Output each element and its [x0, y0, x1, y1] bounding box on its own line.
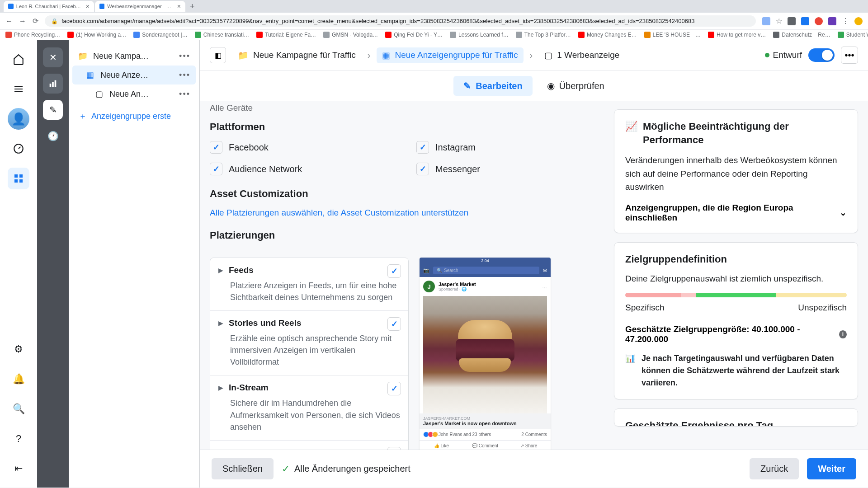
ext-icon[interactable]: [801, 17, 809, 25]
breadcrumb-bar: ◧ 📁Neue Kampagne für Traffic › ▦Neue Anz…: [200, 40, 868, 70]
bookmark[interactable]: LEE 'S HOUSE—…: [644, 32, 701, 38]
publish-toggle[interactable]: [808, 48, 835, 62]
crumb-adset[interactable]: ▦Neue Anzeigengruppe für Traffic: [377, 47, 523, 63]
bookmark[interactable]: Lessons Learned f…: [450, 32, 509, 38]
browser-tab-bar: Leon R. Chaudhari | Facebook× Werbeanzei…: [0, 0, 868, 13]
checkbox-icon[interactable]: ✓: [387, 264, 401, 278]
more-icon[interactable]: •••: [179, 70, 190, 80]
footer-bar: Schließen ✓Alle Änderungen gespeichert Z…: [200, 450, 868, 488]
placement-desc: Platziere Anzeigen in Feeds, um für eine…: [218, 280, 400, 303]
more-button[interactable]: •••: [841, 47, 858, 64]
home-icon[interactable]: [8, 48, 29, 70]
bookmark[interactable]: Datenschutz – Re…: [773, 32, 830, 38]
ext-icon[interactable]: [815, 17, 823, 25]
svg-rect-4: [14, 174, 18, 178]
folder-icon: 📁: [238, 50, 249, 61]
back-button[interactable]: Zurück: [750, 458, 799, 479]
card-text: Deine Zielgruppenauswahl ist ziemlich un…: [625, 272, 847, 285]
asset-link[interactable]: Alle Platzierungen auswählen, die Asset …: [210, 208, 605, 218]
forward-icon[interactable]: →: [19, 17, 26, 25]
tree-campaign[interactable]: 📁 Neue Kampa… •••: [72, 47, 196, 66]
bookmark[interactable]: Money Changes E…: [578, 32, 637, 38]
info-icon[interactable]: i: [839, 330, 847, 338]
browser-tab-active[interactable]: Werbeanzeigenmanager - We…×: [95, 1, 185, 12]
gauge-label-left: Spezifisch: [625, 303, 665, 313]
close-icon[interactable]: ×: [86, 3, 90, 10]
placement-item[interactable]: ▶Reels – Overlay ✓: [210, 441, 408, 450]
eye-icon: ◉: [547, 80, 555, 91]
help-icon[interactable]: ?: [8, 428, 29, 450]
new-tab-button[interactable]: +: [186, 2, 198, 11]
caret-right-icon: ▶: [218, 449, 223, 450]
close-icon[interactable]: ×: [177, 3, 181, 10]
next-button[interactable]: Weiter: [807, 458, 856, 479]
gear-icon[interactable]: ⚙: [8, 338, 29, 360]
svg-rect-6: [14, 179, 18, 183]
ad-image: [423, 296, 547, 413]
checkbox-audience-network[interactable]: ✓Audience Network: [210, 163, 398, 175]
tree-adset[interactable]: ▦ Neue Anze… •••: [72, 66, 196, 84]
grid-icon[interactable]: [8, 168, 29, 189]
add-adset-button[interactable]: ＋ Anzeigengruppe erste: [72, 103, 196, 129]
crumb-ad[interactable]: ▢1 Werbeanzeige: [539, 47, 625, 63]
checkbox-label: Messenger: [435, 164, 480, 174]
bookmark[interactable]: Chinese translati…: [195, 32, 249, 38]
clock-icon[interactable]: 🕐: [43, 126, 63, 146]
gauge-icon[interactable]: [8, 138, 29, 160]
crumb-campaign[interactable]: 📁Neue Kampagne für Traffic: [232, 47, 361, 63]
bookmark[interactable]: How to get more v…: [708, 32, 766, 38]
browser-tab[interactable]: Leon R. Chaudhari | Facebook×: [4, 1, 94, 12]
ext-icon[interactable]: [828, 17, 836, 25]
checkbox-instagram[interactable]: ✓Instagram: [416, 141, 605, 154]
bookmark[interactable]: GMSN - Vologda…: [323, 32, 378, 38]
chart-icon[interactable]: [43, 74, 63, 94]
checkbox-messenger[interactable]: ✓Messenger: [416, 163, 605, 175]
panel-toggle-icon[interactable]: ◧: [210, 47, 226, 63]
comments-count: 2 Comments: [521, 432, 547, 437]
placements-heading: Platzierungen: [210, 230, 605, 241]
bookmark[interactable]: Qing Fei De Yi - Y…: [385, 32, 443, 38]
bell-icon[interactable]: 🔔: [8, 368, 29, 390]
bookmark[interactable]: Student Wants an…: [838, 32, 868, 38]
bookmark[interactable]: (1) How Working a…: [67, 32, 126, 38]
menu-icon[interactable]: ⋮: [842, 17, 849, 25]
close-button[interactable]: ✕: [43, 47, 63, 67]
star-icon[interactable]: ☆: [776, 17, 782, 25]
checkbox-icon[interactable]: ✓: [387, 447, 401, 450]
bookmark[interactable]: The Top 3 Platfor…: [516, 32, 571, 38]
placement-item[interactable]: ▶Stories und Reels ✓ Erzähle eine optisc…: [210, 311, 408, 375]
more-icon[interactable]: •••: [179, 89, 190, 99]
address-bar[interactable]: 🔒facebook.com/adsmanager/manage/adsets/e…: [45, 15, 756, 27]
profile-avatar[interactable]: [854, 17, 863, 25]
collapse-icon[interactable]: ⇤: [8, 458, 29, 479]
placement-item[interactable]: ▶Feeds ✓ Platziere Anzeigen in Feeds, um…: [210, 258, 408, 311]
share-button: ↗ Share: [507, 441, 551, 450]
phone-status-bar: 2:04: [420, 258, 551, 264]
campaign-tree: 📁 Neue Kampa… ••• ▦ Neue Anze… ••• ▢ Neu…: [69, 40, 200, 488]
more-icon[interactable]: •••: [179, 52, 190, 61]
reload-icon[interactable]: ⟳: [33, 17, 38, 25]
bookmark[interactable]: Phone Recycling…: [5, 32, 60, 38]
bookmark[interactable]: Tutorial: Eigene Fa…: [256, 32, 316, 38]
svg-rect-7: [19, 179, 23, 183]
checkbox-icon[interactable]: ✓: [387, 382, 401, 395]
checkbox-facebook[interactable]: ✓Facebook: [210, 141, 398, 154]
menu-icon[interactable]: [8, 78, 29, 100]
page-avatar: J: [423, 281, 435, 292]
ext-icon[interactable]: [788, 17, 796, 25]
user-avatar[interactable]: 👤: [8, 108, 29, 130]
search-icon[interactable]: 🔍: [8, 398, 29, 420]
ext-icon[interactable]: [762, 17, 770, 25]
tab-review[interactable]: ◉Überprüfen: [537, 76, 614, 96]
search-placeholder: Search: [444, 268, 458, 273]
bookmark[interactable]: Sonderangebot |…: [133, 32, 188, 38]
tab-edit[interactable]: ✎Bearbeiten: [453, 76, 532, 96]
back-icon[interactable]: ←: [5, 17, 13, 25]
close-button[interactable]: Schließen: [212, 458, 274, 479]
checkbox-icon[interactable]: ✓: [387, 317, 401, 331]
pencil-icon[interactable]: ✎: [43, 100, 63, 120]
placement-item[interactable]: ▶In-Stream ✓ Sichere dir im Handumdrehen…: [210, 375, 408, 440]
draft-badge: Entwurf: [765, 50, 802, 60]
expand-row[interactable]: Anzeigengruppen, die die Region Europa e…: [625, 203, 847, 223]
tree-ad[interactable]: ▢ Neue An… •••: [72, 84, 196, 103]
